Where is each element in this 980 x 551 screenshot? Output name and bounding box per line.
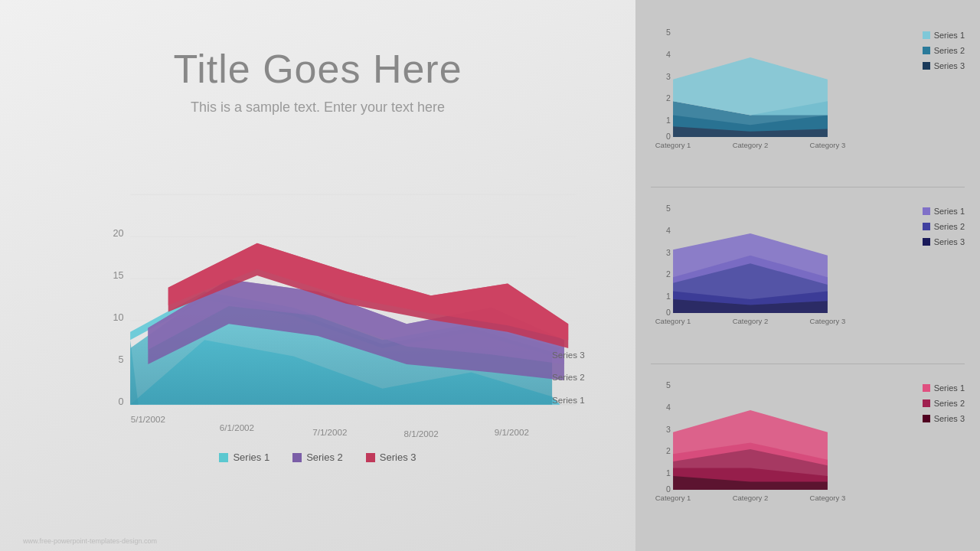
svg-text:1: 1 bbox=[666, 116, 671, 125]
mini-legend-pink: Series 1 Series 2 Series 3 bbox=[915, 372, 965, 423]
legend-label-series1: Series 1 bbox=[233, 452, 270, 463]
svg-text:Category 2: Category 2 bbox=[733, 317, 769, 325]
left-panel: Title Goes Here This is a sample text. E… bbox=[0, 0, 635, 551]
legend-color-series2 bbox=[292, 453, 302, 462]
mini-legend-purple-s1: Series 1 bbox=[923, 207, 965, 216]
svg-text:Category 3: Category 3 bbox=[810, 317, 846, 325]
svg-text:2: 2 bbox=[666, 93, 671, 103]
mini-chart-blue-svg-wrap: 5 4 3 2 1 0 bbox=[651, 19, 915, 152]
mini-legend-label-purple-s3: Series 3 bbox=[934, 237, 965, 246]
svg-text:5/1/2002: 5/1/2002 bbox=[131, 414, 165, 424]
svg-text:1: 1 bbox=[666, 292, 671, 301]
mini-legend-pink-s1: Series 1 bbox=[923, 383, 965, 393]
svg-text:2: 2 bbox=[666, 446, 671, 455]
mini-legend-color-blue-s2 bbox=[923, 47, 930, 54]
main-chart-legend: Series 1 Series 2 Series 3 bbox=[42, 452, 593, 463]
mini-chart-purple: 5 4 3 2 1 0 Categor bbox=[651, 187, 965, 364]
mini-legend-purple-s3: Series 3 bbox=[923, 237, 965, 246]
svg-text:Category 3: Category 3 bbox=[810, 494, 846, 502]
svg-text:Series 2: Series 2 bbox=[552, 372, 585, 382]
mini-chart-purple-svg-wrap: 5 4 3 2 1 0 Categor bbox=[651, 195, 915, 328]
mini-legend-label-pink-s3: Series 3 bbox=[934, 414, 965, 423]
svg-text:3: 3 bbox=[666, 248, 671, 257]
svg-text:5: 5 bbox=[666, 204, 671, 214]
svg-text:5: 5 bbox=[666, 28, 671, 37]
mini-legend-pink-s2: Series 2 bbox=[923, 399, 965, 408]
svg-text:0: 0 bbox=[666, 484, 671, 494]
mini-chart-purple-svg: 5 4 3 2 1 0 Categor bbox=[651, 195, 850, 325]
mini-chart-blue: 5 4 3 2 1 0 bbox=[651, 11, 965, 187]
page-title: Title Goes Here bbox=[173, 46, 462, 92]
main-chart: 0 5 10 15 20 bbox=[42, 146, 593, 437]
mini-legend-purple-s2: Series 2 bbox=[923, 222, 965, 231]
svg-text:0: 0 bbox=[666, 132, 671, 141]
svg-text:2: 2 bbox=[666, 270, 671, 279]
svg-text:7/1/2002: 7/1/2002 bbox=[312, 427, 347, 437]
svg-text:Category 3: Category 3 bbox=[810, 141, 846, 149]
mini-legend-color-pink-s2 bbox=[923, 399, 930, 407]
svg-text:10: 10 bbox=[113, 312, 124, 323]
mini-chart-pink-svg-wrap: 5 4 3 2 1 0 Categor bbox=[651, 372, 915, 505]
svg-text:15: 15 bbox=[113, 270, 124, 281]
mini-legend-color-purple-s1 bbox=[923, 207, 930, 215]
mini-legend-blue-s1: Series 1 bbox=[923, 31, 965, 40]
svg-text:3: 3 bbox=[666, 424, 671, 433]
mini-chart-blue-svg: 5 4 3 2 1 0 bbox=[651, 19, 850, 149]
svg-text:4: 4 bbox=[666, 226, 671, 235]
mini-legend-blue: Series 1 Series 2 Series 3 bbox=[915, 19, 965, 70]
right-panel: 5 4 3 2 1 0 bbox=[635, 0, 980, 551]
subtitle-text: This is a sample text. Enter your text h… bbox=[191, 99, 445, 116]
mini-chart-pink-svg: 5 4 3 2 1 0 Categor bbox=[651, 372, 850, 502]
main-chart-svg: 0 5 10 15 20 bbox=[42, 146, 593, 437]
mini-legend-blue-s2: Series 2 bbox=[923, 46, 965, 55]
mini-legend-color-purple-s2 bbox=[923, 223, 930, 230]
svg-text:Category 1: Category 1 bbox=[655, 317, 691, 325]
mini-legend-label-pink-s1: Series 1 bbox=[934, 383, 965, 393]
mini-legend-color-pink-s3 bbox=[923, 415, 930, 422]
legend-series1: Series 1 bbox=[219, 452, 270, 463]
svg-text:Category 2: Category 2 bbox=[733, 494, 769, 502]
mini-legend-color-pink-s1 bbox=[923, 384, 930, 392]
svg-text:5: 5 bbox=[666, 380, 671, 390]
mini-legend-blue-s3: Series 3 bbox=[923, 61, 965, 70]
mini-legend-label-purple-s1: Series 1 bbox=[934, 207, 965, 216]
svg-text:4: 4 bbox=[666, 403, 671, 412]
svg-text:5: 5 bbox=[119, 354, 124, 365]
svg-text:8/1/2002: 8/1/2002 bbox=[404, 429, 439, 437]
legend-series2: Series 2 bbox=[292, 452, 343, 463]
legend-label-series2: Series 2 bbox=[306, 452, 343, 463]
svg-text:0: 0 bbox=[666, 308, 671, 318]
svg-text:Category 2: Category 2 bbox=[733, 141, 769, 149]
svg-text:1: 1 bbox=[666, 468, 671, 478]
svg-text:Category 1: Category 1 bbox=[655, 141, 691, 149]
svg-text:Category 1: Category 1 bbox=[655, 494, 691, 502]
mini-legend-color-blue-s1 bbox=[923, 31, 930, 39]
svg-text:0: 0 bbox=[119, 396, 124, 407]
mini-legend-color-purple-s3 bbox=[923, 238, 930, 246]
legend-color-series1 bbox=[219, 453, 228, 462]
svg-text:6/1/2002: 6/1/2002 bbox=[220, 422, 254, 432]
svg-text:9/1/2002: 9/1/2002 bbox=[495, 427, 529, 437]
svg-text:Series 3: Series 3 bbox=[552, 350, 585, 360]
mini-legend-pink-s3: Series 3 bbox=[923, 414, 965, 423]
svg-text:3: 3 bbox=[666, 72, 671, 81]
svg-text:4: 4 bbox=[666, 50, 671, 59]
mini-chart-pink: 5 4 3 2 1 0 Categor bbox=[651, 364, 965, 540]
mini-legend-label-blue-s3: Series 3 bbox=[934, 61, 965, 70]
mini-legend-color-blue-s3 bbox=[923, 62, 930, 70]
legend-label-series3: Series 3 bbox=[380, 452, 416, 463]
mini-legend-label-blue-s2: Series 2 bbox=[934, 46, 965, 55]
legend-color-series3 bbox=[366, 453, 375, 462]
watermark: www.free-powerpoint-templates-design.com bbox=[23, 537, 157, 545]
mini-legend-label-pink-s2: Series 2 bbox=[934, 399, 965, 408]
svg-text:20: 20 bbox=[113, 228, 124, 239]
mini-legend-label-purple-s2: Series 2 bbox=[934, 222, 965, 231]
legend-series3: Series 3 bbox=[366, 452, 416, 463]
mini-legend-purple: Series 1 Series 2 Series 3 bbox=[915, 195, 965, 246]
mini-legend-label-blue-s1: Series 1 bbox=[934, 31, 965, 40]
svg-text:Series 1: Series 1 bbox=[552, 395, 585, 405]
